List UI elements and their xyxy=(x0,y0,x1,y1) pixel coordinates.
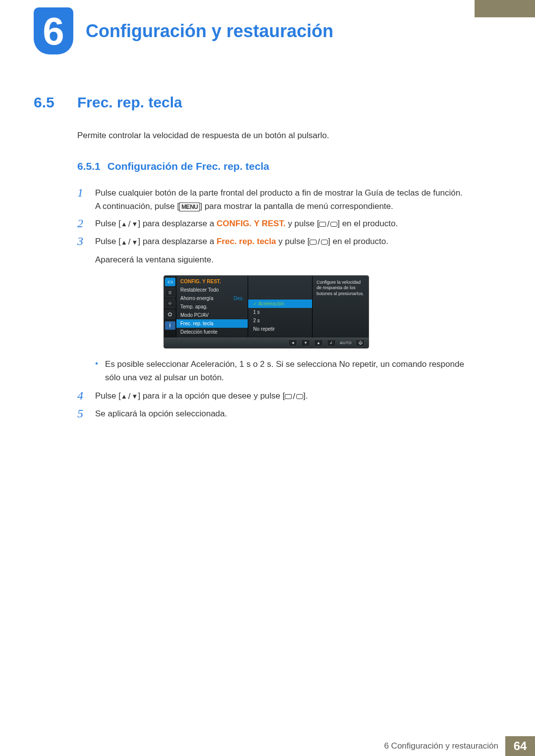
step-number: 4 xyxy=(77,389,86,403)
osd-menu-item: Ahorro energíaDes. xyxy=(176,294,248,302)
enter-icon: / xyxy=(285,390,303,403)
subsection-heading: 6.5.1 Configuración de Frec. rep. tecla xyxy=(77,160,475,172)
step-number: 2 xyxy=(77,217,86,230)
bullet-text: Es posible seleccionar Aceleración, 1 s … xyxy=(105,357,475,384)
osd-footer-up-icon: ▲ xyxy=(314,340,323,347)
step-5: 5 Se aplicará la opción seleccionada. xyxy=(77,407,475,420)
chapter-title: Configuración y restauración xyxy=(86,21,333,42)
chapter-header: 6 Configuración y restauración xyxy=(34,7,333,54)
step-2: 2 Pulse [▲/▼] para desplazarse a CONFIG.… xyxy=(77,217,475,231)
enter-icon: / xyxy=(319,217,337,231)
osd-menu-item: Modo PC/AV xyxy=(176,311,248,319)
chapter-number-badge: 6 xyxy=(34,7,73,54)
footer-page-number: 64 xyxy=(505,736,535,756)
step-number: 3 xyxy=(77,235,86,248)
osd-footer-bar: ◄ ▼ ▲ ↲ AUTO ⏻ xyxy=(164,338,369,348)
page-content: 6.5 Frec. rep. tecla Permite controlar l… xyxy=(34,94,475,424)
osd-tab-strip: ▭ ≡ ✧ ✿ i xyxy=(164,276,176,338)
step-3: 3 Pulse [▲/▼] para desplazarse a Frec. r… xyxy=(77,235,475,249)
section-heading: 6.5 Frec. rep. tecla xyxy=(34,94,475,111)
osd-menu-item: Detección fuente xyxy=(176,328,248,336)
osd-option: 2 s xyxy=(248,316,312,325)
osd-footer-enter-icon: ↲ xyxy=(327,340,336,347)
step-text: Pulse cualquier botón de la parte fronta… xyxy=(95,186,463,213)
osd-screenshot: ▭ ≡ ✧ ✿ i CONFIG. Y REST. Restablecer To… xyxy=(163,275,369,349)
osd-footer-left-icon: ◄ xyxy=(288,340,297,347)
step-number: 1 xyxy=(77,186,86,200)
up-down-icon: ▲/▼ xyxy=(121,390,138,403)
osd-info-text: Configure la velocidad de respuesta de l… xyxy=(313,276,369,338)
up-down-icon: ▲/▼ xyxy=(121,217,138,231)
enter-icon: / xyxy=(310,235,328,249)
osd-option: 1 s xyxy=(248,308,312,316)
osd-menu-item: Restablecer Todo xyxy=(176,286,248,294)
up-down-icon: ▲/▼ xyxy=(121,235,138,249)
osd-tab-nav-icon: ✧ xyxy=(165,300,175,308)
osd-footer-down-icon: ▼ xyxy=(301,340,310,347)
osd-tab-display-icon: ▭ xyxy=(165,278,175,286)
osd-menu-list: CONFIG. Y REST. Restablecer Todo Ahorro … xyxy=(176,276,248,338)
step-text: Se aplicará la opción seleccionada. xyxy=(95,407,227,420)
step-1: 1 Pulse cualquier botón de la parte fron… xyxy=(77,186,475,213)
osd-tab-gear-icon: ✿ xyxy=(165,310,175,319)
osd-option-list: Aceleración 1 s 2 s No repetir xyxy=(248,276,313,338)
step-4: 4 Pulse [▲/▼] para ir a la opción que de… xyxy=(77,389,475,403)
footer-chapter-label: 6 Configuración y restauración xyxy=(384,741,505,751)
step-number: 5 xyxy=(77,407,86,420)
section-number: 6.5 xyxy=(34,94,68,111)
page-footer: 6 Configuración y restauración 64 xyxy=(384,736,535,756)
osd-option: No repetir xyxy=(248,325,312,333)
osd-menu-header: CONFIG. Y REST. xyxy=(176,277,248,286)
step-text: Pulse [▲/▼] para desplazarse a CONFIG. Y… xyxy=(95,217,398,231)
osd-tab-list-icon: ≡ xyxy=(165,289,175,297)
subsection-title: Configuración de Frec. rep. tecla xyxy=(107,160,269,172)
bullet-icon: ● xyxy=(95,360,98,366)
subsection-number: 6.5.1 xyxy=(77,160,101,172)
osd-footer-power-icon: ⏻ xyxy=(356,340,365,347)
step-3-after: Aparecerá la ventana siguiente. xyxy=(95,253,475,266)
osd-menu-item-selected: Frec. rep. tecla xyxy=(176,319,248,328)
step-3-bullet: ● Es posible seleccionar Aceleración, 1 … xyxy=(95,357,475,384)
menu-icon: MENU xyxy=(179,202,200,211)
step-text: Pulse [▲/▼] para ir a la opción que dese… xyxy=(95,389,308,403)
osd-footer-auto: AUTO xyxy=(340,341,352,345)
section-intro: Permite controlar la velocidad de respue… xyxy=(77,131,475,141)
osd-option-selected: Aceleración xyxy=(248,300,312,308)
osd-menu-item: Temp. apag. xyxy=(176,302,248,311)
osd-tab-info-icon: i xyxy=(165,321,175,330)
top-accent-bar xyxy=(475,0,535,17)
section-title: Frec. rep. tecla xyxy=(77,94,182,111)
step-text: Pulse [▲/▼] para desplazarse a Frec. rep… xyxy=(95,235,388,249)
